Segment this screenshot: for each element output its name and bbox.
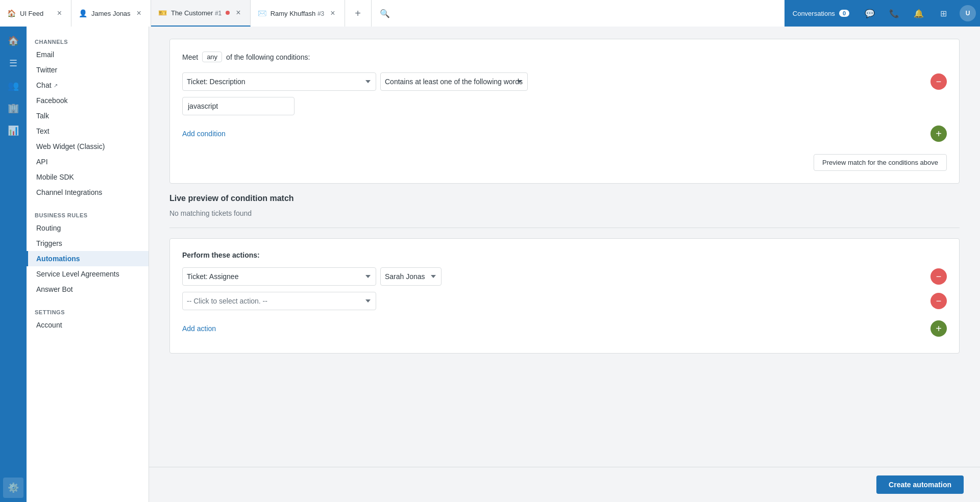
live-preview-title: Live preview of condition match bbox=[169, 194, 960, 203]
add-tab-button[interactable]: + bbox=[345, 0, 372, 27]
user-avatar: U bbox=[960, 5, 976, 21]
scrollable-content: Meet any of the following conditions: Ti… bbox=[149, 27, 980, 467]
nav-right: Conversations 0 💬 📞 🔔 ⊞ U bbox=[785, 0, 980, 27]
preview-btn-row: Preview match for the conditions above bbox=[182, 154, 947, 171]
tab-label: The Customer #1 bbox=[171, 9, 222, 17]
sidebar-item-web-widget[interactable]: Web Widget (Classic) bbox=[27, 139, 149, 154]
tab-email-icon: ✉️ bbox=[258, 9, 266, 17]
action-placeholder-select[interactable]: -- Click to select action. -- bbox=[182, 292, 376, 310]
search-button[interactable]: 🔍 bbox=[372, 0, 398, 27]
apps-icon-button[interactable]: ⊞ bbox=[931, 0, 955, 27]
sidebar-item-answer-bot[interactable]: Answer Bot bbox=[27, 282, 149, 297]
add-action-row: Add action + bbox=[182, 316, 947, 341]
add-action-label[interactable]: Add action bbox=[182, 324, 216, 333]
any-badge[interactable]: any bbox=[202, 52, 222, 62]
add-condition-row: Add condition + bbox=[182, 121, 947, 146]
sidebar-item-facebook[interactable]: Facebook bbox=[27, 93, 149, 108]
sidebar-item-automations[interactable]: Automations bbox=[27, 251, 149, 266]
action-row-2: -- Click to select action. -- − bbox=[182, 292, 947, 310]
tab-ui-feed[interactable]: 🏠 UI Feed × bbox=[0, 0, 71, 27]
sidebar-icon-settings[interactable]: ⚙️ bbox=[3, 478, 23, 498]
tab-close-james-jonas[interactable]: × bbox=[135, 8, 143, 18]
tab-label: Ramy Khuffash #3 bbox=[271, 10, 325, 17]
sidebar-icon-views[interactable]: ☰ bbox=[3, 53, 23, 73]
sidebar-item-account[interactable]: Account bbox=[27, 317, 149, 333]
sidebar-item-text[interactable]: Text bbox=[27, 123, 149, 139]
tab-unread-dot bbox=[226, 11, 230, 15]
tab-label: James Jonas bbox=[91, 10, 131, 17]
condition-row: Ticket: Description Contains at least on… bbox=[182, 72, 947, 91]
add-condition-label[interactable]: Add condition bbox=[182, 130, 226, 138]
sidebar-item-chat[interactable]: Chat ↗ bbox=[27, 78, 149, 93]
tabs-area: 🏠 UI Feed × 👤 James Jonas × 🎫 The Custom… bbox=[0, 0, 785, 27]
sidebar-item-email[interactable]: Email bbox=[27, 47, 149, 62]
conversations-label: Conversations bbox=[793, 10, 835, 17]
sidebar-icon-home[interactable]: 🏠 bbox=[3, 31, 23, 51]
chat-icon-button[interactable]: 💬 bbox=[857, 0, 882, 27]
tab-james-jonas[interactable]: 👤 James Jonas × bbox=[71, 0, 151, 27]
sidebar-item-api[interactable]: API bbox=[27, 154, 149, 169]
sidebar-icon-users[interactable]: 👥 bbox=[3, 76, 23, 96]
channels-section-title: CHANNELS bbox=[27, 35, 149, 47]
preview-match-button[interactable]: Preview match for the conditions above bbox=[814, 154, 947, 171]
bottom-bar: Create automation bbox=[149, 467, 980, 502]
sidebar-item-mobile-sdk[interactable]: Mobile SDK bbox=[27, 169, 149, 185]
sidebar-item-triggers[interactable]: Triggers bbox=[27, 236, 149, 251]
sidebar-item-twitter[interactable]: Twitter bbox=[27, 62, 149, 78]
sidebar-item-talk[interactable]: Talk bbox=[27, 108, 149, 123]
tab-icon: 🎫 bbox=[158, 9, 167, 17]
add-condition-button[interactable]: + bbox=[930, 126, 947, 142]
sidebar-item-routing[interactable]: Routing bbox=[27, 220, 149, 236]
nav-sidebar: CHANNELS Email Twitter Chat ↗ Facebook T… bbox=[27, 27, 149, 502]
meet-label: Meet bbox=[182, 53, 198, 61]
condition-field-select[interactable]: Ticket: Description bbox=[182, 72, 376, 91]
tab-ramy-khuffash[interactable]: ✉️ Ramy Khuffash #3 × bbox=[251, 0, 345, 27]
action-field-select[interactable]: Ticket: Assignee bbox=[182, 267, 376, 286]
meet-conditions-row: Meet any of the following conditions: bbox=[182, 52, 947, 62]
action-value-select[interactable]: Sarah Jonas bbox=[380, 267, 442, 286]
tab-person-icon: 👤 bbox=[79, 9, 87, 17]
tab-close-the-customer[interactable]: × bbox=[234, 8, 242, 18]
tab-label: UI Feed bbox=[20, 10, 43, 17]
add-action-button[interactable]: + bbox=[930, 320, 947, 337]
settings-section-title: SETTINGS bbox=[27, 305, 149, 317]
phone-icon-button[interactable]: 📞 bbox=[882, 0, 906, 27]
conditions-card: Meet any of the following conditions: Ti… bbox=[169, 39, 960, 184]
action-row-1: Ticket: Assignee Sarah Jonas − bbox=[182, 267, 947, 286]
live-preview-section: Live preview of condition match No match… bbox=[169, 194, 960, 217]
external-link-icon: ↗ bbox=[54, 83, 58, 88]
divider bbox=[169, 228, 960, 228]
icon-sidebar: 🏠 ☰ 👥 🏢 📊 ⚙️ bbox=[0, 27, 27, 502]
no-match-text: No matching tickets found bbox=[169, 209, 960, 217]
bell-icon-button[interactable]: 🔔 bbox=[906, 0, 931, 27]
remove-condition-button[interactable]: − bbox=[930, 73, 947, 90]
tab-close-ui-feed[interactable]: × bbox=[55, 8, 64, 18]
create-automation-button[interactable]: Create automation bbox=[876, 475, 964, 494]
condition-value-input[interactable] bbox=[182, 97, 295, 115]
tab-close-ramy[interactable]: × bbox=[328, 8, 337, 18]
of-label: of the following conditions: bbox=[226, 53, 310, 61]
condition-operator-select[interactable]: Contains at least one of the following w… bbox=[380, 72, 528, 91]
top-nav: 🏠 UI Feed × 👤 James Jonas × 🎫 The Custom… bbox=[0, 0, 980, 27]
conversations-badge: 0 bbox=[839, 10, 849, 17]
tab-favicon: 🏠 bbox=[7, 9, 16, 17]
actions-card: Perform these actions: Ticket: Assignee … bbox=[169, 238, 960, 354]
remove-action-1-button[interactable]: − bbox=[930, 268, 947, 285]
sidebar-icon-orgs[interactable]: 🏢 bbox=[3, 98, 23, 118]
business-rules-section-title: BUSINESS RULES bbox=[27, 208, 149, 220]
sidebar-icon-reports[interactable]: 📊 bbox=[3, 120, 23, 141]
avatar-button[interactable]: U bbox=[955, 0, 980, 27]
sidebar-item-sla[interactable]: Service Level Agreements bbox=[27, 266, 149, 282]
main-area: Meet any of the following conditions: Ti… bbox=[149, 27, 980, 502]
conversations-button[interactable]: Conversations 0 bbox=[785, 0, 857, 27]
main-layout: 🏠 ☰ 👥 🏢 📊 ⚙️ CHANNELS Email Twitter Chat… bbox=[0, 27, 980, 502]
tab-the-customer[interactable]: 🎫 The Customer #1 × bbox=[151, 0, 251, 27]
condition-value-row bbox=[182, 97, 947, 115]
remove-action-2-button[interactable]: − bbox=[930, 293, 947, 309]
sidebar-item-channel-integrations[interactable]: Channel Integrations bbox=[27, 185, 149, 200]
perform-title: Perform these actions: bbox=[182, 251, 947, 259]
